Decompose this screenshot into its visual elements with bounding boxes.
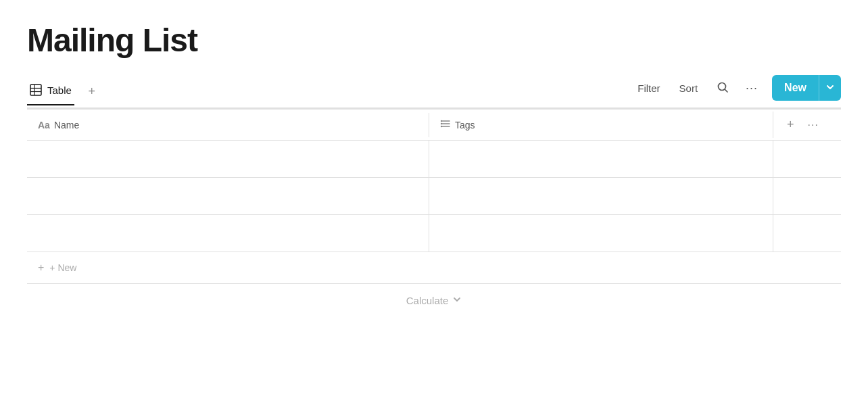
svg-point-4 <box>719 82 726 90</box>
svg-rect-0 <box>30 85 41 95</box>
calculate-label: Calculate <box>406 295 449 306</box>
more-icon: ··· <box>746 81 758 95</box>
table-row[interactable] <box>27 178 841 215</box>
plus-icon: + <box>89 85 96 99</box>
new-button-chevron[interactable] <box>819 75 841 101</box>
column-more-button[interactable]: ··· <box>805 118 821 133</box>
new-button[interactable]: New <box>772 75 819 101</box>
new-button-group: New <box>772 75 841 101</box>
svg-point-11 <box>441 126 442 127</box>
new-row-label: + New <box>49 262 76 273</box>
new-row-button[interactable]: + + New <box>27 252 841 284</box>
tab-table-label: Table <box>47 85 72 96</box>
filter-button[interactable]: Filter <box>629 78 668 98</box>
svg-line-5 <box>725 89 728 92</box>
list-field-icon <box>440 118 451 131</box>
calculate-chevron-icon <box>452 295 462 306</box>
row-extra-cell <box>773 215 841 252</box>
table-row[interactable] <box>27 215 841 252</box>
calculate-bar[interactable]: Calculate <box>27 284 841 317</box>
table-header: Aa Name Tags + ··· <box>27 110 841 141</box>
row-tags-cell[interactable] <box>429 141 773 177</box>
add-view-button[interactable]: + <box>82 82 101 101</box>
row-extra-cell <box>773 141 841 177</box>
text-field-icon: Aa <box>38 120 50 130</box>
column-actions: + ··· <box>773 110 841 140</box>
svg-point-10 <box>441 123 442 124</box>
chevron-down-icon <box>826 82 834 93</box>
column-tags-label: Tags <box>455 120 475 130</box>
column-name-label: Name <box>54 120 79 130</box>
toolbar-actions: Filter Sort ··· <box>629 75 841 107</box>
row-name-cell[interactable] <box>27 141 429 177</box>
filter-label: Filter <box>637 82 660 94</box>
row-extra-cell <box>773 178 841 214</box>
page-title: Mailing List <box>27 22 841 59</box>
column-header-name[interactable]: Aa Name <box>27 113 429 137</box>
tab-group: Table + <box>27 78 629 104</box>
table-container: Aa Name Tags + ··· <box>27 109 841 317</box>
row-name-cell[interactable] <box>27 178 429 214</box>
new-button-label: New <box>784 82 806 94</box>
tab-table[interactable]: Table <box>27 78 74 105</box>
table-icon <box>30 84 42 96</box>
row-name-cell[interactable] <box>27 215 429 252</box>
column-header-tags[interactable]: Tags <box>429 112 773 138</box>
sort-button[interactable]: Sort <box>671 78 706 98</box>
more-button[interactable]: ··· <box>740 77 764 99</box>
search-icon <box>717 81 729 95</box>
table-row[interactable] <box>27 141 841 178</box>
svg-point-9 <box>441 120 442 122</box>
page-container: Mailing List Table + <box>0 0 868 317</box>
plus-icon: + <box>38 262 44 274</box>
toolbar: Table + Filter Sort <box>27 75 841 109</box>
row-tags-cell[interactable] <box>429 178 773 214</box>
row-tags-cell[interactable] <box>429 215 773 252</box>
add-column-button[interactable]: + <box>784 116 797 133</box>
search-button[interactable] <box>708 77 737 99</box>
sort-label: Sort <box>679 82 698 94</box>
